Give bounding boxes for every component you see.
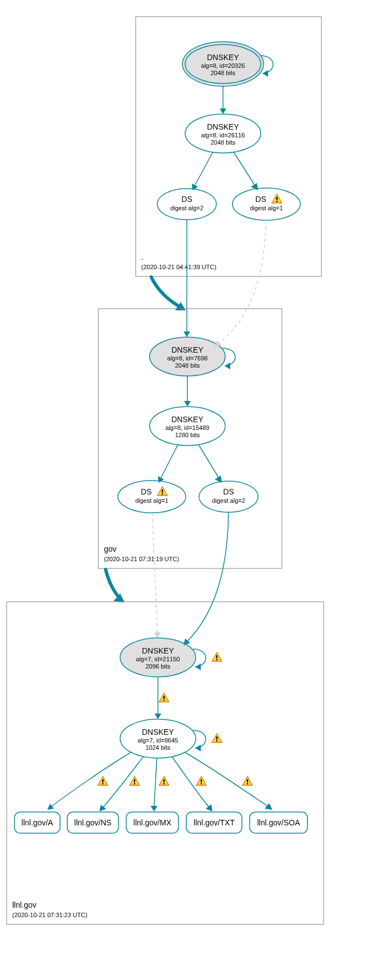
svg-text:llnl.gov/SOA: llnl.gov/SOA (257, 818, 300, 827)
edge-ds1-govksk (214, 220, 266, 347)
svg-text:2048 bits: 2048 bits (211, 139, 236, 146)
svg-text:digest alg=1: digest alg=1 (135, 497, 168, 504)
svg-marker-76 (100, 805, 106, 811)
node-rr-txt: llnl.gov/TXT (186, 812, 242, 833)
svg-text:DS: DS (255, 195, 266, 204)
zone-gov: gov (2020-10-21 07:31:19 UTC) DNSKEY alg… (98, 220, 282, 568)
node-rr-a: llnl.gov/A (14, 812, 60, 833)
svg-marker-10 (262, 70, 268, 77)
svg-text:alg=8, id=7698: alg=8, id=7698 (167, 355, 208, 362)
node-gov-ds2: DS digest alg=2 (199, 481, 258, 512)
svg-text:DNSKEY: DNSKEY (207, 122, 239, 131)
svg-marker-77 (151, 806, 157, 811)
svg-point-44 (199, 481, 258, 512)
edge-gov-ksk-zsk (184, 376, 191, 407)
svg-text:DNSKEY: DNSKEY (171, 345, 204, 354)
node-root-ksk: DNSKEY alg=8, id=20326 2048 bits (182, 42, 264, 86)
svg-text:DS: DS (141, 487, 151, 496)
warning-icon (98, 776, 108, 785)
svg-text:digest alg=1: digest alg=1 (250, 205, 283, 211)
svg-text:llnl.gov/TXT: llnl.gov/TXT (194, 818, 235, 827)
edge-llnl-zsk-self (193, 730, 222, 751)
edge-llnl-ksk-zsk (155, 677, 169, 719)
svg-marker-32 (225, 363, 230, 369)
svg-text:llnl.gov/A: llnl.gov/A (22, 818, 53, 827)
edge-govds1-llnlksk (152, 513, 161, 638)
node-gov-ksk: DNSKEY alg=8, id=7698 2048 bits (150, 337, 225, 376)
svg-text:llnl.gov: llnl.gov (12, 900, 37, 909)
svg-text:gov: gov (104, 545, 117, 553)
svg-text:digest alg=2: digest alg=2 (170, 205, 204, 211)
node-gov-ds1: DS digest alg=1 (118, 481, 186, 513)
edge-zsk-mx (151, 758, 169, 811)
svg-text:digest alg=2: digest alg=2 (212, 497, 245, 504)
node-root-ds1: DS digest alg=1 (232, 188, 300, 220)
edge-gov-zsk-ds1 (158, 444, 178, 483)
svg-text:DNSKEY: DNSKEY (142, 727, 174, 736)
svg-text:llnl.gov/NS: llnl.gov/NS (75, 818, 112, 827)
delegation-gov-llnl (106, 570, 125, 602)
svg-point-16 (157, 189, 216, 220)
svg-marker-64 (195, 745, 201, 751)
zone-root: . (2020-10-21 04:41:39 UTC) DNSKEY alg=8… (136, 17, 321, 276)
svg-text:alg=7, id=21150: alg=7, id=21150 (136, 656, 180, 662)
svg-point-40 (118, 481, 186, 513)
svg-marker-33 (184, 331, 190, 337)
edge-root-ksk-zsk (220, 86, 226, 114)
svg-text:alg=8, id=26116: alg=8, id=26116 (201, 132, 245, 138)
node-llnl-zsk: DNSKEY alg=7, id=8645 1024 bits (120, 719, 196, 758)
warning-icon (212, 652, 222, 661)
svg-text:alg=8, id=15489: alg=8, id=15489 (166, 424, 210, 431)
svg-text:1024 bits: 1024 bits (146, 744, 171, 751)
svg-marker-39 (184, 401, 191, 407)
edge-ds2-govksk (184, 220, 190, 337)
svg-point-20 (232, 188, 300, 220)
svg-marker-75 (47, 804, 54, 810)
svg-marker-57 (154, 632, 161, 638)
svg-text:alg=7, id=8645: alg=7, id=8645 (138, 737, 178, 744)
svg-text:DS: DS (181, 195, 192, 204)
warning-icon (159, 693, 169, 702)
svg-text:DNSKEY: DNSKEY (142, 646, 174, 655)
svg-text:DNSKEY: DNSKEY (171, 415, 204, 424)
edge-gov-zsk-ds2 (199, 444, 222, 483)
node-rr-mx: llnl.gov/MX (126, 812, 178, 833)
svg-text:2096 bits: 2096 bits (146, 663, 171, 670)
node-root-ds2: DS digest alg=2 (157, 189, 216, 220)
svg-text:DS: DS (223, 487, 234, 496)
dnssec-diagram: . (2020-10-21 04:41:39 UTC) DNSKEY alg=8… (0, 0, 367, 980)
warning-icon (130, 776, 140, 785)
zone-llnl: llnl.gov (2020-10-21 07:31:23 UTC) DNSKE… (7, 512, 324, 924)
svg-marker-56 (195, 664, 201, 670)
warning-icon (196, 776, 206, 785)
delegation-root-gov (151, 277, 186, 310)
warning-icon (242, 776, 252, 785)
svg-text:.: . (141, 253, 143, 261)
svg-text:alg=8, id=20326: alg=8, id=20326 (201, 62, 245, 69)
svg-text:(2020-10-21 04:41:39 UTC): (2020-10-21 04:41:39 UTC) (141, 264, 216, 270)
edge-root-zsk-ds2 (192, 152, 213, 190)
svg-text:DNSKEY: DNSKEY (207, 53, 239, 62)
warning-icon (212, 734, 222, 743)
warning-icon (159, 776, 169, 785)
edge-llnl-ksk-self (193, 649, 222, 670)
node-rr-soa: llnl.gov/SOA (250, 812, 308, 833)
svg-text:2048 bits: 2048 bits (211, 70, 236, 76)
svg-text:2048 bits: 2048 bits (175, 362, 200, 369)
svg-text:llnl.gov/MX: llnl.gov/MX (133, 818, 172, 827)
svg-text:1280 bits: 1280 bits (175, 432, 200, 438)
svg-marker-15 (220, 108, 226, 114)
edge-zsk-a (47, 753, 131, 810)
node-rr-ns: llnl.gov/NS (67, 812, 118, 833)
svg-marker-63 (155, 714, 161, 719)
edge-root-zsk-ds1 (234, 152, 258, 190)
node-root-zsk: DNSKEY alg=8, id=26116 2048 bits (185, 114, 261, 153)
svg-text:(2020-10-21 07:31:23 UTC): (2020-10-21 07:31:23 UTC) (12, 912, 87, 918)
edge-zsk-txt (172, 756, 212, 811)
svg-marker-78 (206, 804, 212, 811)
edge-govds2-llnlksk (184, 512, 229, 645)
node-gov-zsk: DNSKEY alg=8, id=15489 1280 bits (150, 407, 225, 446)
svg-marker-79 (265, 803, 272, 810)
svg-text:(2020-10-21 07:31:19 UTC): (2020-10-21 07:31:19 UTC) (104, 556, 179, 562)
